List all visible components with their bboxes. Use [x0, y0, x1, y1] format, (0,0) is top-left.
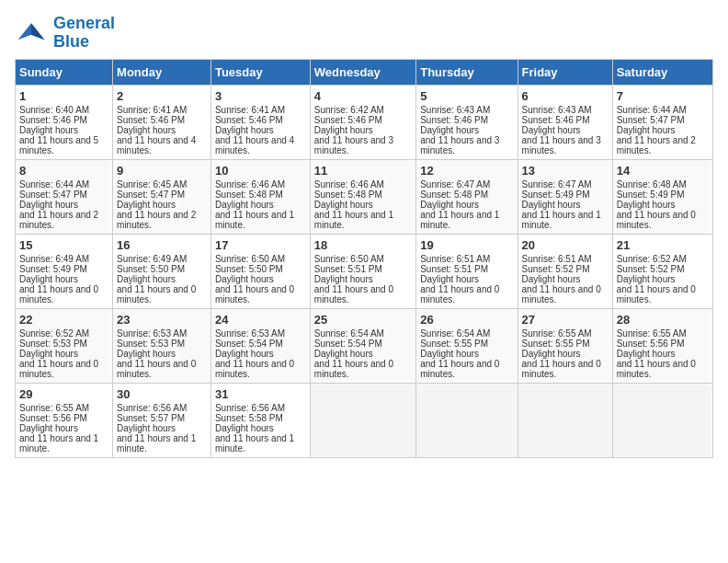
daylight-value: and 11 hours and 3 minutes.	[314, 135, 393, 155]
day-number: 3	[215, 89, 306, 103]
day-number: 8	[19, 164, 108, 178]
col-header-wednesday: Wednesday	[310, 59, 415, 85]
calendar-cell: 19 Sunrise: 6:51 AM Sunset: 5:51 PM Dayl…	[416, 234, 518, 308]
sunset-text: Sunset: 5:49 PM	[617, 190, 685, 200]
daylight-label: Daylight hours	[215, 423, 274, 433]
calendar-week-row: 1 Sunrise: 6:40 AM Sunset: 5:46 PM Dayli…	[16, 85, 713, 159]
daylight-value: and 11 hours and 0 minutes.	[617, 210, 696, 230]
daylight-label: Daylight hours	[19, 423, 78, 433]
calendar-cell: 1 Sunrise: 6:40 AM Sunset: 5:46 PM Dayli…	[16, 85, 113, 159]
day-number: 4	[314, 89, 412, 103]
day-number: 21	[617, 238, 709, 252]
sunrise-text: Sunrise: 6:54 AM	[420, 328, 490, 339]
calendar-cell: 13 Sunrise: 6:47 AM Sunset: 5:49 PM Dayl…	[518, 159, 612, 234]
calendar-cell: 25 Sunrise: 6:54 AM Sunset: 5:54 PM Dayl…	[310, 308, 415, 383]
daylight-label: Daylight hours	[117, 125, 176, 135]
daylight-value: and 11 hours and 0 minutes.	[117, 359, 196, 379]
daylight-label: Daylight hours	[19, 125, 78, 135]
logo-icon	[15, 17, 48, 50]
sunrise-text: Sunrise: 6:55 AM	[19, 403, 89, 413]
sunset-text: Sunset: 5:46 PM	[117, 115, 185, 125]
daylight-label: Daylight hours	[314, 274, 373, 284]
daylight-label: Daylight hours	[215, 274, 274, 284]
daylight-label: Daylight hours	[117, 274, 176, 284]
sunrise-text: Sunrise: 6:41 AM	[117, 105, 187, 115]
calendar-cell	[518, 383, 612, 457]
sunset-text: Sunset: 5:46 PM	[215, 115, 283, 125]
daylight-label: Daylight hours	[522, 200, 581, 210]
day-number: 2	[117, 89, 207, 103]
sunrise-text: Sunrise: 6:51 AM	[420, 254, 490, 264]
sunset-text: Sunset: 5:46 PM	[314, 115, 382, 125]
calendar-cell: 11 Sunrise: 6:46 AM Sunset: 5:48 PM Dayl…	[310, 159, 415, 234]
daylight-label: Daylight hours	[617, 125, 676, 135]
sunset-text: Sunset: 5:53 PM	[117, 339, 185, 349]
daylight-label: Daylight hours	[19, 274, 78, 284]
calendar-cell: 27 Sunrise: 6:55 AM Sunset: 5:55 PM Dayl…	[518, 308, 612, 383]
sunset-text: Sunset: 5:47 PM	[19, 190, 87, 200]
sunset-text: Sunset: 5:50 PM	[117, 264, 185, 274]
sunset-text: Sunset: 5:49 PM	[19, 264, 87, 274]
daylight-value: and 11 hours and 0 minutes.	[215, 284, 294, 304]
calendar-week-row: 29 Sunrise: 6:55 AM Sunset: 5:56 PM Dayl…	[16, 383, 713, 457]
daylight-label: Daylight hours	[19, 200, 78, 210]
calendar-cell: 3 Sunrise: 6:41 AM Sunset: 5:46 PM Dayli…	[210, 85, 310, 159]
day-number: 14	[617, 164, 709, 178]
daylight-value: and 11 hours and 0 minutes.	[314, 284, 393, 304]
calendar-week-row: 8 Sunrise: 6:44 AM Sunset: 5:47 PM Dayli…	[16, 159, 713, 234]
sunset-text: Sunset: 5:48 PM	[420, 190, 488, 200]
daylight-value: and 11 hours and 4 minutes.	[215, 135, 294, 155]
sunrise-text: Sunrise: 6:52 AM	[19, 328, 89, 339]
calendar-header-row: SundayMondayTuesdayWednesdayThursdayFrid…	[16, 59, 713, 85]
daylight-value: and 11 hours and 1 minute.	[522, 210, 601, 230]
sunrise-text: Sunrise: 6:43 AM	[522, 105, 592, 115]
col-header-thursday: Thursday	[416, 59, 518, 85]
daylight-label: Daylight hours	[314, 349, 373, 359]
sunrise-text: Sunrise: 6:46 AM	[314, 179, 384, 190]
calendar-cell: 29 Sunrise: 6:55 AM Sunset: 5:56 PM Dayl…	[16, 383, 113, 457]
daylight-value: and 11 hours and 0 minutes.	[215, 359, 294, 379]
sunrise-text: Sunrise: 6:46 AM	[215, 179, 285, 190]
daylight-label: Daylight hours	[617, 349, 676, 359]
sunset-text: Sunset: 5:52 PM	[522, 264, 590, 274]
logo-blue: Blue	[53, 32, 89, 51]
sunrise-text: Sunrise: 6:49 AM	[117, 254, 187, 264]
daylight-value: and 11 hours and 0 minutes.	[617, 359, 696, 379]
daylight-label: Daylight hours	[420, 274, 479, 284]
sunset-text: Sunset: 5:55 PM	[522, 339, 590, 349]
sunrise-text: Sunrise: 6:43 AM	[420, 105, 490, 115]
sunset-text: Sunset: 5:54 PM	[314, 339, 382, 349]
daylight-value: and 11 hours and 0 minutes.	[314, 359, 393, 379]
day-number: 19	[420, 238, 513, 252]
sunrise-text: Sunrise: 6:45 AM	[117, 179, 187, 190]
day-number: 25	[314, 313, 412, 327]
calendar-cell: 23 Sunrise: 6:53 AM Sunset: 5:53 PM Dayl…	[113, 308, 211, 383]
calendar-week-row: 15 Sunrise: 6:49 AM Sunset: 5:49 PM Dayl…	[16, 234, 713, 308]
day-number: 16	[117, 238, 207, 252]
calendar-cell: 22 Sunrise: 6:52 AM Sunset: 5:53 PM Dayl…	[16, 308, 113, 383]
day-number: 5	[420, 89, 513, 103]
sunrise-text: Sunrise: 6:53 AM	[117, 328, 187, 339]
daylight-value: and 11 hours and 3 minutes.	[522, 135, 601, 155]
calendar-cell: 6 Sunrise: 6:43 AM Sunset: 5:46 PM Dayli…	[518, 85, 612, 159]
sunrise-text: Sunrise: 6:44 AM	[19, 179, 89, 190]
sunrise-text: Sunrise: 6:47 AM	[420, 179, 490, 190]
day-number: 26	[420, 313, 513, 327]
calendar-cell: 2 Sunrise: 6:41 AM Sunset: 5:46 PM Dayli…	[113, 85, 211, 159]
sunset-text: Sunset: 5:47 PM	[117, 190, 185, 200]
daylight-value: and 11 hours and 1 minute.	[314, 210, 393, 230]
sunset-text: Sunset: 5:48 PM	[314, 190, 382, 200]
daylight-value: and 11 hours and 0 minutes.	[522, 284, 601, 304]
day-number: 29	[19, 387, 108, 401]
sunset-text: Sunset: 5:56 PM	[617, 339, 685, 349]
day-number: 18	[314, 238, 412, 252]
daylight-value: and 11 hours and 0 minutes.	[117, 284, 196, 304]
col-header-monday: Monday	[113, 59, 211, 85]
day-number: 7	[617, 89, 709, 103]
daylight-label: Daylight hours	[117, 200, 176, 210]
sunset-text: Sunset: 5:54 PM	[215, 339, 283, 349]
day-number: 30	[117, 387, 207, 401]
daylight-value: and 11 hours and 5 minutes.	[19, 135, 98, 155]
daylight-value: and 11 hours and 2 minutes.	[117, 210, 196, 230]
daylight-value: and 11 hours and 0 minutes.	[522, 359, 601, 379]
